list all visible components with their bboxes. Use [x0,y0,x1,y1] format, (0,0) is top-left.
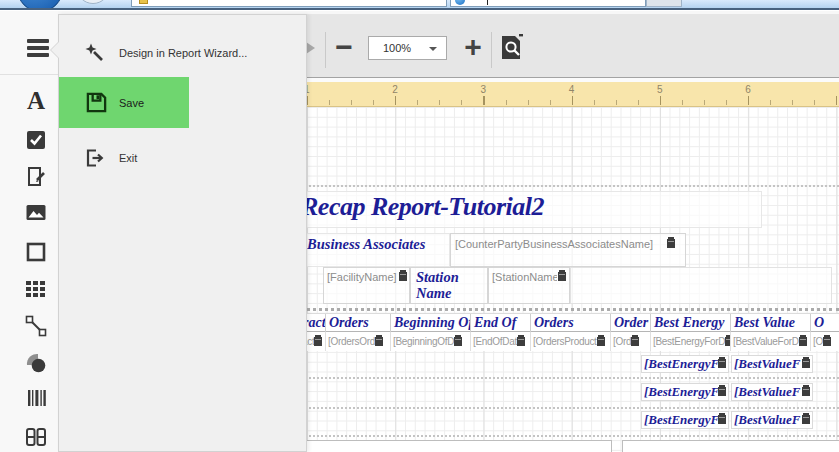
smart-tag-icon[interactable] [399,272,407,281]
field-cell[interactable]: [Ord [610,332,650,351]
menu-item-design-in-report-wizard[interactable]: Design in Report Wizard... [59,39,307,67]
smart-tag-icon[interactable] [517,337,525,346]
menu-notch [51,42,59,58]
zoom-level-dropdown[interactable]: 100% [368,36,447,60]
smart-tag-icon[interactable] [314,337,322,346]
best-value-field[interactable]: [BestValueF [731,383,813,401]
save-icon [85,91,108,118]
line-tool-icon[interactable] [25,315,47,337]
picture-box-tool-icon[interactable] [25,202,47,224]
site-favicon [139,0,148,4]
wand-icon [85,43,105,67]
design-surface: 123456 Recap Report-Tutorial2 Business A… [300,78,839,452]
header-cell[interactable]: Beginning Of [390,314,470,332]
smart-tag-icon[interactable] [597,337,605,346]
address-bar[interactable] [131,0,447,7]
table-header-row[interactable]: ractOrdersBeginning OfEnd OfOrdersOrderB… [300,313,839,332]
smart-tag-icon[interactable] [802,415,810,424]
sidebar-divider [0,74,58,75]
smart-tag-icon[interactable] [823,337,831,346]
table-data-row[interactable]: act[OrdersOrd[BeginningOfD[EndOfDat[Orde… [300,332,839,351]
report-title-label[interactable]: Recap Report-Tutorial2 [300,191,762,228]
field-cell[interactable]: [BeginningOfD [390,332,470,351]
header-cell[interactable]: Orders [325,314,390,332]
smart-tag-icon[interactable] [375,337,383,346]
shape-tool-icon[interactable] [25,352,47,374]
table-tool-icon[interactable] [25,278,47,300]
smart-tag-icon[interactable] [558,272,566,281]
smart-tag-icon[interactable] [802,359,810,368]
header-cell[interactable]: End Of [470,314,530,332]
facility-name-field[interactable]: [FacilityName] [323,267,410,304]
preview-zoom-page-icon[interactable] [499,34,525,62]
smart-tag-icon[interactable] [454,337,462,346]
band-separator[interactable] [300,407,839,409]
smart-tag-icon[interactable] [802,387,810,396]
empty-panel[interactable] [570,267,832,304]
report-canvas[interactable]: Recap Report-Tutorial2 Business Associat… [300,107,839,452]
field-cell[interactable]: [BestEnergyForD [650,332,730,351]
menu-item-exit[interactable]: Exit [59,144,307,172]
report-designer: A [0,11,839,452]
rich-text-tool-icon[interactable] [25,166,47,188]
station-name-label[interactable]: Station Name [410,267,488,304]
band-separator[interactable] [300,308,839,311]
counterparty-field[interactable]: [CounterPartyBusinessAssociatesName] [450,233,686,267]
band-separator[interactable] [300,377,839,379]
header-cell[interactable]: O [810,314,839,332]
check-box-tool-icon[interactable] [25,129,47,151]
header-cell[interactable]: Order [610,314,650,332]
best-energy-field[interactable]: [BestEnergyF [641,383,729,401]
smart-tag-icon[interactable] [667,239,675,248]
hamburger-menu-button[interactable] [27,39,49,57]
report-title-text: Recap Report-Tutorial2 [301,192,544,222]
best-value-field[interactable]: [BestValueF [731,355,813,373]
header-cell[interactable]: Best Value [730,314,810,332]
station-name-field[interactable]: [StationName] [488,267,570,304]
toolbar-separator [325,32,326,68]
band-separator[interactable] [300,435,839,437]
main-menu-panel: Design in Report Wizard... Save Exit [58,14,307,452]
footer-panel-right[interactable] [622,440,839,452]
best-energy-field[interactable]: [BestEnergyF [641,411,729,429]
field-cell[interactable]: [BestValueForD [730,332,810,351]
toolbar-separator [491,32,492,68]
browser-search-button[interactable] [646,0,682,7]
browser-search-input[interactable] [450,0,646,7]
label-tool-icon[interactable]: A [24,90,48,112]
horizontal-ruler: 123456 [300,82,839,107]
zoom-out-button[interactable]: − [333,38,355,60]
scroll-right-icon[interactable] [306,42,315,54]
best-energy-field[interactable]: [BestEnergyF [641,355,729,373]
smart-tag-icon[interactable] [631,337,639,346]
smart-tag-icon[interactable] [718,359,726,368]
character-comb-tool-icon[interactable] [25,426,47,448]
header-cell[interactable]: Best Energy [650,314,730,332]
browser-back-button[interactable] [17,0,63,10]
browser-chrome [0,0,839,10]
zoom-level-value: 100% [383,42,411,54]
field-cell[interactable]: [OrdersProduct [530,332,610,351]
field-cell[interactable]: [OrdersOrd [325,332,390,351]
smart-tag-icon[interactable] [718,387,726,396]
field-cell[interactable]: [EndOfDat [470,332,530,351]
exit-icon [85,148,105,172]
business-associates-label[interactable]: Business Associates [302,233,450,267]
search-engine-icon [455,0,465,5]
toolbox-sidebar: A [0,11,58,452]
ruler-number: 6 [745,84,751,95]
best-value-field[interactable]: [BestValueF [731,411,813,429]
panel-tool-icon[interactable] [25,241,47,263]
text-caret [487,0,488,5]
band-separator[interactable] [300,185,839,187]
footer-panel-left[interactable] [305,440,612,452]
browser-forward-button[interactable] [76,0,110,4]
barcode-tool-icon[interactable] [25,387,47,409]
smart-tag-icon[interactable] [799,337,807,346]
zoom-in-button[interactable]: + [462,38,484,60]
menu-item-save[interactable]: Save [59,77,189,128]
smart-tag-icon[interactable] [718,415,726,424]
header-cell[interactable]: Orders [530,314,610,332]
chevron-down-icon [429,47,437,51]
field-cell[interactable]: [O [810,332,839,351]
